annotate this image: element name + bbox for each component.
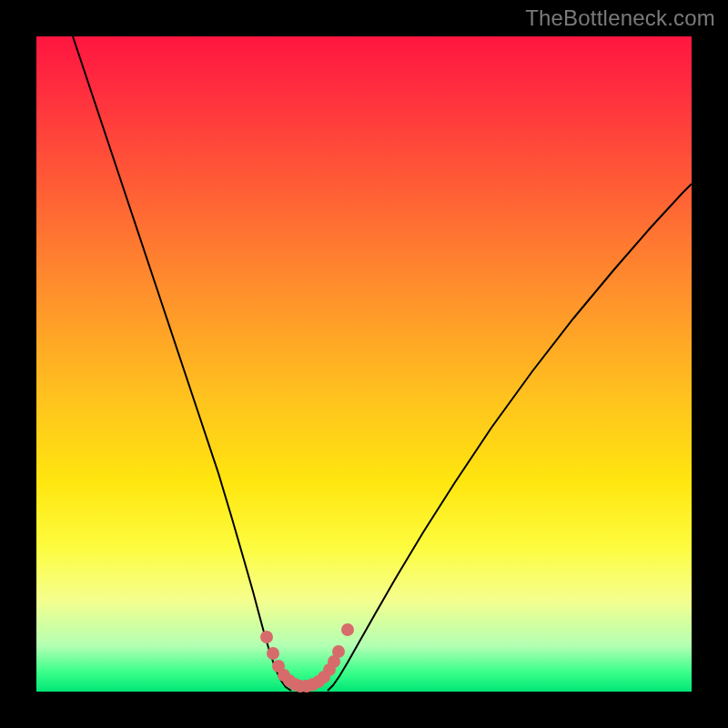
watermark-text: TheBottleneck.com — [525, 5, 715, 31]
marker-dot — [341, 623, 354, 636]
curve-svg — [36, 36, 692, 692]
marker-dot — [267, 647, 279, 660]
marker-dots — [260, 623, 354, 693]
right-curve — [328, 184, 692, 691]
left-curve — [73, 36, 291, 691]
plot-area — [36, 36, 692, 692]
chart-frame: TheBottleneck.com — [0, 0, 728, 728]
marker-dot — [260, 631, 273, 643]
marker-dot — [332, 645, 345, 658]
